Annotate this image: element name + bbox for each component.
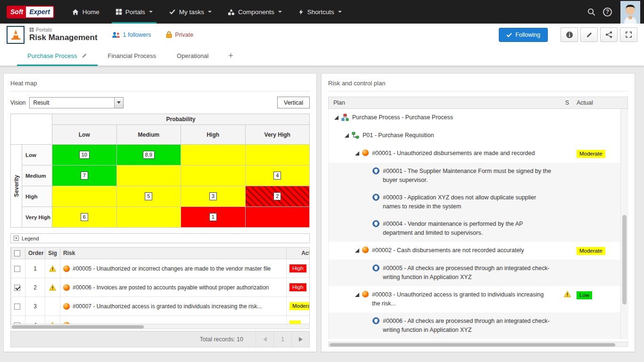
- following-button[interactable]: Following: [499, 28, 548, 42]
- plan-tree-row[interactable]: #00002 - Cash disbursements are not reco…: [329, 242, 627, 260]
- vision-select[interactable]: Result: [29, 97, 124, 108]
- edit-pencil-icon: [586, 32, 593, 38]
- heatmap-cell[interactable]: [181, 145, 246, 165]
- scrollbar-thumb[interactable]: [622, 215, 627, 304]
- plan-column-header[interactable]: Plan: [329, 99, 558, 106]
- heatmap-cell[interactable]: 3: [181, 186, 246, 207]
- risk-table-row[interactable]: 2#00006 - Invoices are posted to account…: [11, 278, 310, 297]
- search-icon[interactable]: [587, 8, 595, 16]
- heatmap-row-header: Very High: [22, 207, 52, 228]
- risk-table-row[interactable]: 1#00005 - Unauthorized or incorrect chan…: [11, 259, 310, 278]
- risk-table-row[interactable]: 4: [11, 316, 310, 324]
- nav-item-my-tasks[interactable]: My tasks: [161, 0, 220, 24]
- warning-icon: [564, 291, 571, 297]
- add-tab-button[interactable]: +: [219, 46, 243, 66]
- nav-item-shortcuts[interactable]: Shortcuts: [290, 0, 350, 24]
- plan-tree-row[interactable]: #00006 - All checks are processed throug…: [329, 313, 627, 339]
- heatmap-cell-count: 10: [79, 151, 90, 159]
- plan-tree-row[interactable]: Purchase Process - Purchase Process: [329, 109, 627, 127]
- chevron-down-icon: [117, 101, 121, 104]
- plan-tree-row[interactable]: #00003 - Application XYZ does not allow …: [329, 189, 627, 215]
- vertical-scrollbar[interactable]: [620, 109, 627, 339]
- heatmap-column-header: Very High: [246, 125, 310, 145]
- heatmap-cell[interactable]: [117, 165, 182, 186]
- column-header-risk[interactable]: Risk: [60, 247, 287, 259]
- previous-page-button[interactable]: [256, 331, 273, 347]
- heatmap-panel: Heat map Vision Result Vertical Probabil…: [3, 73, 317, 352]
- horizontal-scrollbar[interactable]: [10, 324, 310, 329]
- help-icon[interactable]: [603, 8, 612, 16]
- heatmap-cell[interactable]: 5: [117, 186, 182, 207]
- select-dropdown-button[interactable]: [114, 98, 123, 108]
- user-avatar[interactable]: [620, 1, 640, 24]
- significance-column-header[interactable]: S: [558, 99, 577, 106]
- components-icon: [228, 8, 235, 16]
- plan-tree-row[interactable]: #00003 - Unauthorized access is granted …: [329, 286, 627, 313]
- edit-tab-pencil-icon[interactable]: [82, 53, 87, 58]
- risk-table-row[interactable]: 3#00007 - Unauthorized access is granted…: [11, 297, 310, 316]
- next-page-button[interactable]: [291, 331, 309, 347]
- heatmap-cell[interactable]: 6: [52, 207, 117, 228]
- fullscreen-icon: [625, 31, 632, 38]
- share-button[interactable]: [600, 27, 618, 42]
- heatmap-cell[interactable]: [181, 165, 246, 186]
- legend-toggle[interactable]: Legend: [10, 233, 310, 243]
- plan-tree-row[interactable]: #00001 - Unauthorized disbursements are …: [329, 145, 627, 163]
- select-all-checkbox[interactable]: [14, 250, 20, 256]
- lightning-icon: [298, 8, 304, 16]
- nav-item-portals[interactable]: Portals: [107, 0, 161, 24]
- heatmap-cell[interactable]: 7: [52, 165, 117, 186]
- heatmap-cell[interactable]: 2: [246, 186, 310, 207]
- heatmap-y-axis-title: Severity: [11, 145, 22, 228]
- breadcrumb[interactable]: Portals: [29, 27, 98, 33]
- heatmap-column-header: High: [181, 125, 246, 145]
- scrollbar-thumb[interactable]: [12, 325, 144, 329]
- heatmap-cell[interactable]: [246, 145, 310, 165]
- plan-tree-row[interactable]: #00005 - All checks are processed throug…: [329, 260, 627, 286]
- portals-grid-icon: [29, 27, 34, 32]
- followers-link[interactable]: 1 followers: [112, 32, 151, 38]
- heatmap-cell[interactable]: [117, 207, 182, 228]
- risk-order: 4: [25, 316, 45, 324]
- heatmap-cell[interactable]: [246, 207, 310, 228]
- warning-icon: [49, 284, 56, 291]
- home-icon: [72, 8, 79, 16]
- row-checkbox[interactable]: [14, 285, 20, 291]
- risk-control-plan-panel: Risk and control plan Plan S Actual Purc…: [321, 73, 635, 352]
- edit-button[interactable]: [580, 27, 598, 42]
- tab-operational[interactable]: Operational: [166, 46, 219, 66]
- collapse-node-icon[interactable]: [355, 248, 362, 253]
- info-button[interactable]: [561, 27, 578, 42]
- column-header-order[interactable]: Order: [25, 247, 45, 259]
- heatmap-cell[interactable]: 10: [52, 145, 117, 165]
- heatmap-cell[interactable]: [52, 186, 117, 207]
- horizontal-scrollbar[interactable]: [328, 342, 628, 347]
- collapse-node-icon[interactable]: [355, 151, 362, 156]
- heatmap-cell[interactable]: 1: [181, 207, 246, 228]
- heatmap-cell[interactable]: 4: [246, 165, 310, 186]
- column-header-actual[interactable]: Actual: [287, 247, 310, 259]
- tab-purchase-process[interactable]: Purchase Process: [17, 46, 98, 66]
- plan-tree-row[interactable]: #00001 - The Supplier Maintenance Form m…: [329, 163, 627, 189]
- row-checkbox[interactable]: [14, 266, 20, 272]
- softexpert-logo[interactable]: Soft Expert: [7, 6, 54, 18]
- heatmap-row-header: Low: [22, 145, 52, 165]
- column-header-sig[interactable]: Sig: [45, 247, 60, 259]
- scrollbar-thumb[interactable]: [330, 343, 615, 346]
- plan-item-text: #00006 - All checks are processed throug…: [383, 317, 553, 335]
- heatmap-cell[interactable]: 8,9: [117, 145, 182, 165]
- heatmap-cell-count: 7: [81, 172, 88, 180]
- collapse-node-icon[interactable]: [334, 115, 341, 120]
- nav-item-components[interactable]: Components: [220, 0, 290, 24]
- collapse-node-icon[interactable]: [355, 293, 362, 297]
- vertical-button[interactable]: Vertical: [277, 97, 310, 108]
- privacy-indicator: Private: [166, 31, 193, 38]
- actual-column-header[interactable]: Actual: [577, 99, 620, 106]
- row-checkbox[interactable]: [14, 304, 20, 310]
- tab-financial-process[interactable]: Financial Process: [98, 46, 167, 66]
- collapse-node-icon[interactable]: [345, 133, 352, 138]
- plan-tree-row[interactable]: P01 - Purchase Requisition: [329, 127, 627, 145]
- plan-tree-row[interactable]: #00004 - Vendor maintenance is performed…: [329, 215, 627, 242]
- fullscreen-button[interactable]: [620, 27, 637, 42]
- nav-item-home[interactable]: Home: [64, 0, 107, 24]
